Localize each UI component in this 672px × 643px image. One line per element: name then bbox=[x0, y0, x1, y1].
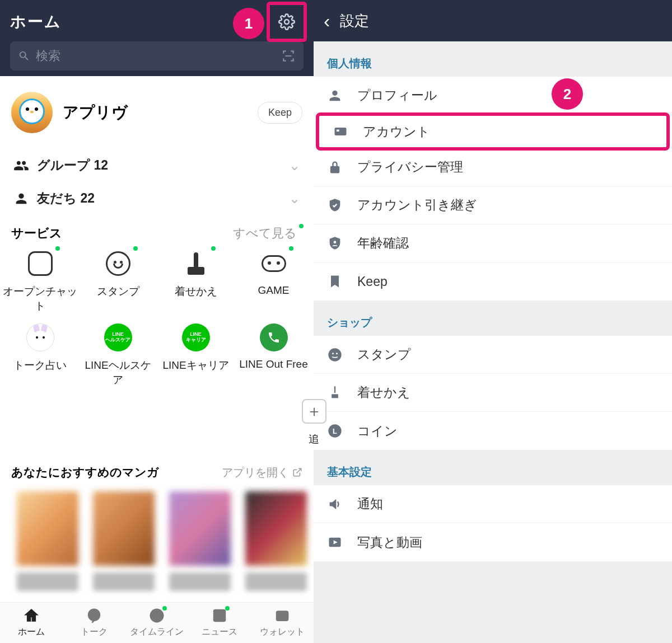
tab-label: ニュース bbox=[202, 626, 237, 638]
group-icon bbox=[13, 158, 29, 173]
manga-item[interactable] bbox=[169, 491, 231, 591]
shield-person-icon bbox=[326, 234, 344, 252]
settings-row-privacy[interactable]: プライバシー管理 bbox=[314, 148, 672, 186]
row-label: 写真と動画 bbox=[357, 534, 422, 551]
settings-button[interactable] bbox=[270, 5, 304, 39]
service-healthcare[interactable]: LINE ヘルスケア LINEヘルスケア bbox=[80, 322, 156, 387]
phone-icon bbox=[260, 323, 288, 351]
settings-row-photo-video[interactable]: 写真と動画 bbox=[314, 523, 672, 561]
open-app-button[interactable]: アプリを開く bbox=[222, 465, 302, 480]
row-label: アカウント bbox=[363, 123, 430, 140]
chat-icon bbox=[86, 607, 102, 624]
tab-home[interactable]: ホーム bbox=[0, 603, 63, 643]
back-button[interactable]: ‹ bbox=[324, 11, 330, 30]
smile-icon bbox=[326, 346, 344, 364]
settings-row-keep[interactable]: Keep bbox=[314, 262, 672, 301]
service-label: トーク占い bbox=[13, 358, 67, 373]
external-link-icon bbox=[292, 467, 302, 477]
settings-title: 設定 bbox=[340, 11, 369, 31]
svg-point-2 bbox=[91, 614, 92, 616]
svg-point-15 bbox=[328, 348, 341, 361]
settings-panel: ‹ 設定 個人情報 プロフィール アカウント プライバシー管理 アカウント引き継… bbox=[314, 0, 672, 643]
svg-point-16 bbox=[332, 353, 334, 354]
service-add[interactable]: ＋ 追 bbox=[276, 396, 352, 447]
search-icon bbox=[18, 50, 30, 62]
service-kisekae[interactable]: 着せかえ bbox=[158, 248, 234, 313]
service-stamp[interactable]: スタンプ bbox=[80, 248, 156, 313]
tab-wallet[interactable]: ウォレット bbox=[251, 603, 314, 643]
section-label-basic: 基本設定 bbox=[314, 450, 672, 485]
smile-icon bbox=[106, 251, 130, 276]
play-icon bbox=[326, 533, 344, 551]
settings-row-kisekae[interactable]: 着せかえ bbox=[314, 374, 672, 412]
row-label: Keep bbox=[357, 274, 388, 289]
settings-row-coin[interactable]: L コイン bbox=[314, 412, 672, 450]
manga-title-placeholder bbox=[169, 572, 231, 591]
search-field[interactable] bbox=[10, 41, 304, 71]
settings-row-age[interactable]: 年齢確認 bbox=[314, 224, 672, 262]
service-label: LINEキャリア bbox=[162, 358, 228, 373]
service-label: スタンプ bbox=[97, 284, 139, 299]
person-icon bbox=[326, 87, 344, 105]
friends-row[interactable]: 友だち 22 ⌄ bbox=[0, 182, 314, 215]
gamepad-icon bbox=[262, 255, 286, 272]
open-app-label: アプリを開く bbox=[222, 465, 289, 480]
service-talk-uranai[interactable]: トーク占い bbox=[2, 322, 78, 387]
service-label: オープンチャット bbox=[2, 284, 78, 313]
manga-cover bbox=[93, 491, 155, 566]
plus-icon: ＋ bbox=[302, 399, 326, 424]
service-openchat[interactable]: オープンチャット bbox=[2, 248, 78, 313]
service-grid: オープンチャット スタンプ 着せかえ GAME トーク占い bbox=[0, 245, 314, 461]
section-basic: 通知 写真と動画 bbox=[314, 485, 672, 561]
settings-row-profile[interactable]: プロフィール bbox=[314, 77, 672, 115]
row-label: プライバシー管理 bbox=[357, 158, 463, 176]
settings-row-account[interactable]: アカウント bbox=[316, 112, 670, 151]
svg-rect-12 bbox=[335, 128, 347, 135]
lock-icon bbox=[326, 158, 344, 176]
annotation-highlight-settings bbox=[267, 2, 307, 42]
section-shop: スタンプ 着せかえ L コイン bbox=[314, 336, 672, 450]
settings-row-notify[interactable]: 通知 bbox=[314, 485, 672, 523]
id-card-icon bbox=[332, 123, 349, 140]
section-personal: プロフィール アカウント プライバシー管理 アカウント引き継ぎ 年齢確認 Kee… bbox=[314, 77, 672, 301]
row-label: プロフィール bbox=[357, 87, 437, 104]
see-all-button[interactable]: すべて見る bbox=[233, 225, 302, 242]
profile-row[interactable]: アプリヴ Keep bbox=[0, 76, 314, 149]
svg-point-14 bbox=[334, 241, 337, 243]
page-title: ホーム bbox=[10, 11, 62, 32]
openchat-icon bbox=[28, 251, 53, 276]
avatar bbox=[11, 92, 53, 133]
service-game[interactable]: GAME bbox=[236, 248, 311, 313]
tab-timeline[interactable]: タイムライン bbox=[125, 603, 188, 643]
wallet-icon bbox=[274, 607, 291, 624]
tab-label: ウォレット bbox=[260, 626, 305, 638]
home-header: ホーム bbox=[0, 0, 314, 76]
service-out-free[interactable]: LINE Out Free bbox=[236, 322, 311, 387]
chevron-down-icon: ⌄ bbox=[289, 191, 300, 206]
manga-item[interactable] bbox=[93, 491, 155, 591]
brush-icon bbox=[185, 252, 207, 275]
service-label: 追 bbox=[309, 432, 319, 447]
manga-list[interactable] bbox=[0, 485, 314, 602]
rabbit-icon bbox=[26, 323, 54, 351]
tab-news[interactable]: ニュース bbox=[188, 603, 251, 643]
service-label: LINE Out Free bbox=[239, 358, 308, 370]
keep-button[interactable]: Keep bbox=[258, 102, 302, 124]
search-input[interactable] bbox=[36, 49, 281, 63]
manga-item[interactable] bbox=[245, 491, 307, 591]
row-label: 年齢確認 bbox=[357, 234, 409, 252]
groups-row[interactable]: グループ 12 ⌄ bbox=[0, 149, 314, 182]
manga-item[interactable] bbox=[17, 491, 78, 591]
manga-title-placeholder bbox=[17, 572, 78, 591]
settings-row-transfer[interactable]: アカウント引き継ぎ bbox=[314, 186, 672, 224]
tab-label: トーク bbox=[81, 626, 108, 638]
row-label: 着せかえ bbox=[357, 384, 410, 401]
tab-talk[interactable]: トーク bbox=[63, 603, 125, 643]
settings-row-stamp[interactable]: スタンプ bbox=[314, 336, 672, 374]
home-panel: ホーム アプリヴ Keep グループ 12 ⌄ bbox=[0, 0, 314, 643]
services-label: サービス bbox=[11, 225, 62, 242]
scan-icon[interactable] bbox=[281, 49, 296, 63]
service-career[interactable]: LINE キャリア LINEキャリア bbox=[158, 322, 234, 387]
friends-label: 友だち 22 bbox=[37, 190, 95, 207]
row-label: 通知 bbox=[357, 495, 383, 513]
